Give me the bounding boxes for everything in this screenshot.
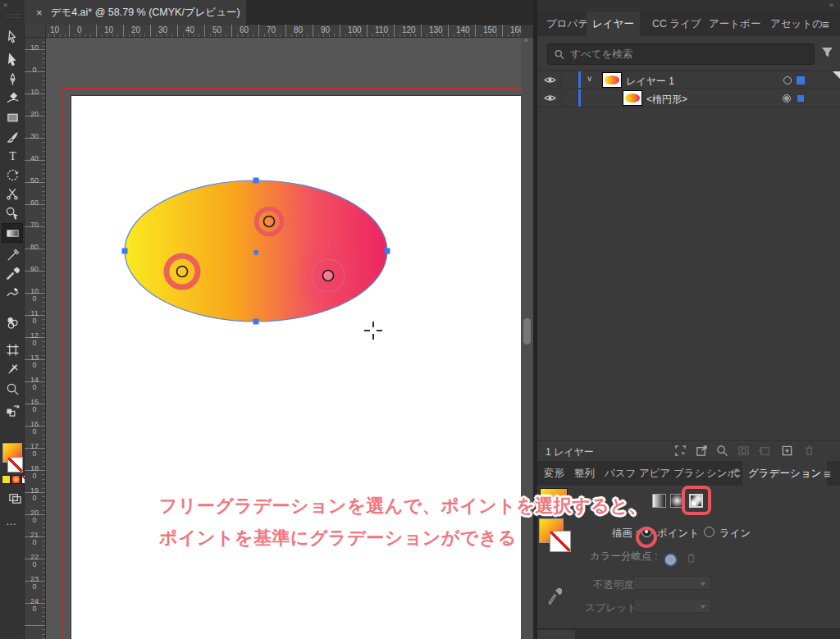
collapse-toolbar-icon[interactable]: » (3, 1, 7, 9)
color-swatch-button[interactable] (2, 475, 11, 484)
tab-align[interactable]: 整列 (568, 461, 600, 486)
ruler-corner[interactable] (25, 25, 46, 38)
target-circle-icon[interactable] (783, 76, 792, 84)
object-name[interactable]: <楕円形> (646, 93, 687, 107)
toolbar-header: » (0, 0, 25, 25)
locate-object-icon[interactable] (716, 445, 728, 460)
delete-layer-icon[interactable] (803, 445, 815, 460)
draw-line-radio[interactable] (704, 527, 714, 537)
vertical-ruler[interactable]: 1001020304050607080901001101201301401501… (25, 38, 46, 639)
collapsed-panel-strip (537, 628, 840, 639)
new-layer-icon[interactable] (781, 445, 793, 460)
knife-tool[interactable] (2, 360, 22, 378)
tab-asset-export[interactable]: アセットの (765, 11, 829, 36)
panel-menu-icon[interactable]: ≡ (822, 17, 829, 31)
tab-overflow-icon[interactable] (734, 468, 741, 478)
tools-panel: T … (0, 25, 25, 639)
annotation-line-2: ポイントを基準にグラデーションができる (159, 526, 647, 550)
vruler-label: 60 (30, 199, 39, 207)
layer-thumbnail[interactable] (602, 72, 622, 88)
draw-point-label[interactable]: ポイント (657, 527, 699, 541)
hruler-label: 80 (294, 25, 303, 34)
close-document-icon[interactable]: × (36, 7, 43, 19)
new-sublayer-icon[interactable] (758, 445, 770, 460)
expand-chevron-icon[interactable]: ∨ (587, 74, 592, 83)
center-anchor[interactable] (254, 250, 259, 255)
layer-name[interactable]: レイヤー 1 (626, 75, 674, 89)
direct-selection-tool[interactable] (2, 51, 22, 69)
type-tool[interactable]: T (2, 147, 22, 165)
gradient-panel-menu-icon[interactable]: ≡ (824, 467, 831, 481)
hruler-label: 40 (185, 25, 194, 34)
eyedropper-tool[interactable] (2, 265, 22, 283)
vruler-label: 220 (30, 554, 39, 568)
scrollbar-up-icon[interactable]: ^ (524, 38, 527, 46)
paintbrush-tool[interactable] (2, 128, 22, 146)
lower-panel-tab-bar: 変形 整列 パスフ アピア ブラシ シンボ グラデーション ≡ (537, 461, 840, 486)
tab-gradient[interactable]: グラデーション (742, 461, 827, 486)
gradient-point-right[interactable] (323, 271, 334, 281)
selection-indicator[interactable] (797, 95, 804, 102)
hruler-label: 30 (158, 25, 167, 34)
rectangle-tool[interactable] (2, 108, 22, 126)
illustrator-window: { "icons": { "close": "×", "collapse": "… (0, 0, 840, 639)
collect-for-export-icon[interactable] (674, 445, 687, 460)
drawing-modes-button[interactable] (5, 489, 25, 507)
export-icon[interactable] (696, 445, 708, 460)
layer-row-1[interactable]: ∨ レイヤー 1 (537, 71, 840, 89)
layer-row-2[interactable]: <楕円形> (537, 89, 840, 107)
vruler-label: 10 (30, 89, 39, 96)
spread-dropdown[interactable] (633, 599, 711, 613)
toolbar-grip[interactable] (7, 14, 21, 20)
stroke-none-swatch[interactable] (7, 457, 23, 472)
color-stop-icon[interactable] (665, 555, 676, 565)
swap-fill-stroke-icon[interactable] (2, 400, 22, 418)
delete-stop-icon[interactable] (685, 552, 697, 568)
tab-cc-libraries[interactable]: CC ライブ (646, 11, 707, 36)
tab-artboards[interactable]: アートボー (703, 11, 766, 36)
eyedropper-icon[interactable] (547, 586, 562, 607)
more-tools-button[interactable]: … (6, 515, 17, 527)
selection-tool[interactable] (2, 28, 22, 46)
hruler-label: 160 (510, 25, 521, 34)
visibility-eye-icon[interactable] (544, 75, 556, 84)
gradient-type-linear-button[interactable] (652, 494, 666, 508)
shape-builder-tool[interactable] (2, 203, 22, 221)
vruler-label: 50 (30, 177, 39, 185)
gradient-point-top[interactable] (264, 217, 275, 227)
width-tool[interactable] (2, 246, 22, 264)
symbol-sprayer-tool[interactable] (2, 313, 22, 331)
layers-search-box[interactable] (547, 43, 815, 65)
target-circle-targeted-icon[interactable] (783, 94, 791, 103)
opacity-dropdown[interactable] (633, 576, 711, 590)
collapsed-panel-tab[interactable] (537, 630, 575, 639)
curvature-tool[interactable] (2, 89, 22, 107)
hruler-label: 70 (267, 25, 276, 34)
smooth-tool[interactable] (2, 284, 22, 302)
scissors-tool[interactable] (2, 185, 22, 203)
gradient-tool[interactable] (2, 224, 22, 242)
gradient-point-left[interactable] (177, 267, 188, 277)
annotation-rect-freeform-button (682, 486, 711, 515)
zoom-tool[interactable] (2, 380, 22, 398)
visibility-eye-icon[interactable] (544, 94, 556, 103)
collapse-panels-icon[interactable]: » (829, 1, 833, 9)
document-tab[interactable]: × デモ4.ai* @ 58.79 % (CMYK/プレビュー) (25, 0, 246, 25)
rotate-tool[interactable] (2, 166, 22, 184)
gradient-swatch-button[interactable] (11, 475, 21, 484)
vruler-label: 170 (30, 443, 39, 457)
object-thumbnail[interactable] (623, 90, 642, 106)
selection-indicator[interactable] (797, 76, 805, 84)
scrollbar-thumb[interactable] (523, 318, 531, 345)
pen-tool[interactable] (2, 71, 22, 89)
tab-layers[interactable]: レイヤー (587, 11, 640, 36)
tab-transform[interactable]: 変形 (538, 461, 570, 486)
color-stops-label: カラー分岐点 : (590, 550, 658, 564)
filter-icon[interactable] (821, 47, 833, 58)
search-input[interactable] (570, 48, 807, 60)
make-clipping-mask-icon[interactable] (737, 445, 750, 460)
draw-line-label[interactable]: ライン (719, 527, 751, 541)
panel-top-strip: » (537, 0, 840, 11)
artboard-tool[interactable] (2, 340, 22, 358)
horizontal-ruler[interactable]: 1001020304050607080901001101201301401501… (46, 25, 521, 38)
